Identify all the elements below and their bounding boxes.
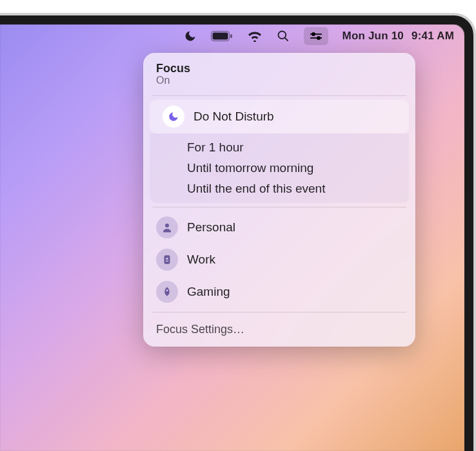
menubar: Mon Jun 10 9:41 AM: [0, 24, 464, 48]
focus-mode-label: Personal: [187, 220, 235, 235]
focus-settings-link[interactable]: Focus Settings…: [143, 316, 415, 340]
svg-rect-2: [230, 34, 232, 38]
menubar-datetime[interactable]: Mon Jun 10 9:41 AM: [342, 27, 454, 45]
moon-icon: [163, 106, 184, 128]
focus-popover: Focus On Do Not Disturb For 1 hour Until…: [143, 53, 415, 347]
svg-point-13: [166, 289, 168, 291]
menubar-date: Mon Jun 10: [342, 30, 404, 43]
svg-line-4: [284, 38, 288, 41]
dnd-duration-options: For 1 hour Until tomorrow morning Until …: [150, 133, 409, 203]
desktop-screen: Mon Jun 10 9:41 AM Focus On Do Not Distu…: [0, 24, 464, 451]
control-center-icon[interactable]: [304, 27, 328, 45]
svg-point-11: [166, 258, 168, 260]
battery-icon[interactable]: [211, 27, 233, 45]
dnd-option-tomorrow[interactable]: Until tomorrow morning: [150, 158, 409, 178]
focus-mode-work[interactable]: Work: [143, 244, 415, 276]
focus-mode-gaming[interactable]: Gaming: [143, 276, 415, 308]
popover-title: Focus: [156, 62, 402, 75]
badge-icon: [156, 249, 178, 271]
svg-point-9: [165, 224, 169, 227]
popover-header: Focus On: [143, 62, 415, 91]
svg-point-8: [317, 37, 319, 39]
spotlight-icon[interactable]: [277, 27, 290, 45]
focus-mode-label: Work: [187, 253, 215, 267]
focus-status-icon[interactable]: [184, 27, 197, 45]
menubar-time: 9:41 AM: [412, 30, 454, 43]
rocket-icon: [156, 281, 178, 303]
focus-mode-label: Gaming: [187, 285, 230, 299]
svg-point-6: [312, 33, 314, 35]
focus-mode-personal[interactable]: Personal: [143, 211, 415, 244]
divider: [152, 207, 406, 207]
person-icon: [156, 216, 178, 238]
dnd-option-1hour[interactable]: For 1 hour: [150, 137, 409, 158]
svg-point-3: [278, 32, 286, 39]
focus-mode-label: Do Not Disturb: [193, 110, 274, 124]
wifi-icon[interactable]: [247, 27, 263, 45]
svg-rect-12: [166, 261, 169, 262]
dnd-option-event-end[interactable]: Until the end of this event: [150, 178, 409, 199]
focus-mode-dnd[interactable]: Do Not Disturb: [150, 100, 409, 133]
svg-rect-1: [212, 33, 228, 40]
popover-subtitle: On: [156, 75, 402, 86]
divider: [152, 312, 406, 312]
divider: [152, 95, 406, 96]
